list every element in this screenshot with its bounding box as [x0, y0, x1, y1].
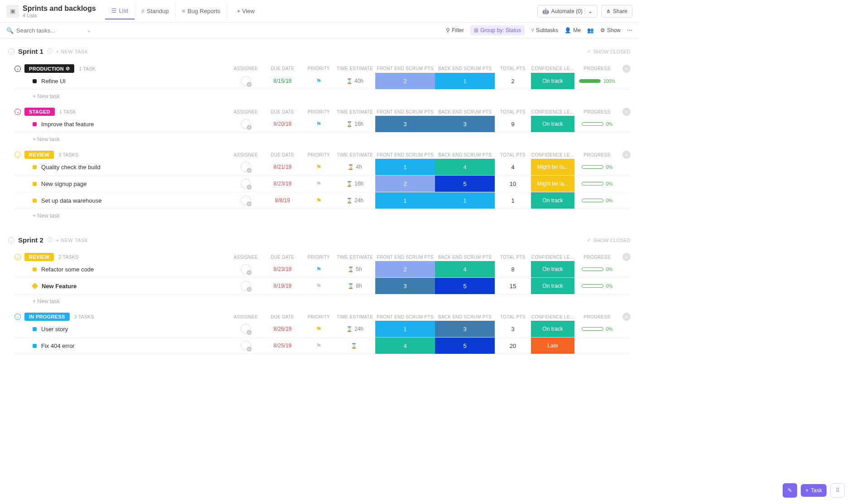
- progress-cell[interactable]: 0%: [574, 284, 620, 289]
- front-end-pts[interactable]: 1: [375, 159, 435, 175]
- me-button[interactable]: 👤Me: [564, 27, 581, 33]
- time-estimate[interactable]: 16h: [354, 121, 363, 127]
- priority-flag-icon[interactable]: ⚑: [316, 266, 322, 273]
- priority-flag-icon[interactable]: ⚑: [316, 342, 322, 349]
- add-column-button[interactable]: +: [622, 313, 631, 321]
- add-column-button[interactable]: +: [622, 151, 631, 159]
- share-button[interactable]: ⋔ Share: [601, 5, 632, 18]
- back-end-pts[interactable]: 5: [435, 176, 495, 192]
- due-date[interactable]: 8/19/19: [273, 283, 292, 289]
- time-estimate[interactable]: 4h: [356, 164, 362, 170]
- task-row[interactable]: Improve that feature 8/20/19 ⚑ ⌛16h 3 3 …: [14, 116, 631, 133]
- new-task-row[interactable]: + New task: [14, 209, 631, 223]
- add-column-button[interactable]: +: [622, 108, 631, 116]
- confidence-level[interactable]: Might be la...: [531, 176, 574, 192]
- due-date[interactable]: 8/21/19: [273, 164, 292, 170]
- task-row[interactable]: New signup page 8/23/19 ⚑ ⌛16h 2 5 10 Mi…: [14, 176, 631, 192]
- progress-cell[interactable]: 0%: [574, 198, 620, 203]
- progress-cell[interactable]: 0%: [574, 181, 620, 186]
- confidence-level[interactable]: On track: [531, 73, 574, 89]
- task-row[interactable]: Set up data warehouse 8/8/19 ⚑ ⌛24h 1 1 …: [14, 192, 631, 209]
- time-estimate[interactable]: 8h: [356, 283, 362, 289]
- task-row[interactable]: Refine UI 8/15/19 ⚑ ⌛40h 2 1 2 On track …: [14, 73, 631, 90]
- tab-list[interactable]: ☰List: [105, 3, 135, 19]
- more-button[interactable]: ⋯: [627, 27, 632, 33]
- assignees-button[interactable]: 👥: [587, 27, 594, 33]
- new-task-row[interactable]: + New task: [14, 90, 631, 103]
- add-view-button[interactable]: + View: [231, 3, 261, 19]
- info-icon[interactable]: ⓘ: [47, 48, 53, 55]
- group-collapse-icon[interactable]: ⌄: [14, 254, 21, 260]
- front-end-pts[interactable]: 2: [375, 176, 435, 192]
- status-pill[interactable]: PRODUCTION ⊘: [24, 64, 74, 73]
- status-pill[interactable]: IN PROGRESS: [24, 313, 70, 321]
- progress-cell[interactable]: 0%: [574, 327, 620, 332]
- show-closed-button[interactable]: ✓SHOW CLOSED: [587, 48, 631, 54]
- front-end-pts[interactable]: 3: [375, 116, 435, 132]
- filter-button[interactable]: ⚲Filter: [446, 27, 464, 33]
- tab-bug-reports[interactable]: ≡Bug Reports: [176, 3, 227, 19]
- collapse-icon[interactable]: ⌄: [8, 237, 14, 243]
- show-button[interactable]: ⚙Show: [600, 27, 621, 33]
- search-input[interactable]: [16, 27, 80, 34]
- collapse-icon[interactable]: ⌄: [8, 48, 14, 55]
- assignee-add-button[interactable]: [241, 179, 251, 189]
- back-end-pts[interactable]: 3: [435, 116, 495, 132]
- back-end-pts[interactable]: 4: [435, 261, 495, 277]
- front-end-pts[interactable]: 1: [375, 321, 435, 337]
- new-task-row[interactable]: + New task: [14, 133, 631, 146]
- time-estimate[interactable]: 16h: [354, 181, 363, 187]
- show-closed-button[interactable]: ✓SHOW CLOSED: [587, 237, 631, 243]
- time-estimate[interactable]: 24h: [354, 197, 363, 204]
- due-date[interactable]: 8/23/19: [273, 266, 292, 272]
- progress-cell[interactable]: 100%: [574, 79, 620, 84]
- back-end-pts[interactable]: 4: [435, 159, 495, 175]
- due-date[interactable]: 8/23/19: [273, 181, 292, 187]
- info-icon[interactable]: ⓘ: [47, 236, 53, 244]
- progress-cell[interactable]: 0%: [574, 122, 620, 127]
- task-row[interactable]: Fix 404 error 8/25/19 ⚑ ⌛ 4 5 20 Late: [14, 338, 631, 354]
- priority-flag-icon[interactable]: ⚑: [316, 163, 322, 171]
- chevron-down-icon[interactable]: ⌄: [87, 28, 91, 33]
- status-pill[interactable]: STAGED: [24, 108, 55, 116]
- status-pill[interactable]: REVIEW: [24, 151, 54, 159]
- time-estimate[interactable]: 24h: [354, 326, 363, 332]
- assignee-add-button[interactable]: [241, 119, 251, 129]
- confidence-level[interactable]: On track: [531, 278, 574, 294]
- time-estimate[interactable]: 5h: [356, 266, 362, 272]
- group-collapse-icon[interactable]: ⌄: [14, 152, 21, 158]
- back-end-pts[interactable]: 5: [435, 338, 495, 354]
- front-end-pts[interactable]: 4: [375, 338, 435, 354]
- group-collapse-icon[interactable]: ⌄: [14, 109, 21, 115]
- due-date[interactable]: 8/26/19: [273, 326, 292, 332]
- confidence-level[interactable]: Might be la...: [531, 159, 574, 175]
- tab-standup[interactable]: #Standup: [135, 3, 176, 19]
- priority-flag-icon[interactable]: ⚑: [316, 325, 322, 333]
- priority-flag-icon[interactable]: ⚑: [316, 282, 322, 290]
- confidence-level[interactable]: On track: [531, 192, 574, 209]
- assignee-add-button[interactable]: [241, 324, 251, 334]
- group-collapse-icon[interactable]: ⌄: [14, 66, 21, 72]
- status-pill[interactable]: REVIEW: [24, 253, 54, 261]
- confidence-level[interactable]: On track: [531, 116, 574, 132]
- confidence-level[interactable]: On track: [531, 321, 574, 337]
- due-date[interactable]: 8/8/19: [275, 197, 290, 204]
- progress-cell[interactable]: 0%: [574, 165, 620, 170]
- assignee-add-button[interactable]: [241, 76, 251, 86]
- group-collapse-icon[interactable]: ⌄: [14, 314, 21, 320]
- back-end-pts[interactable]: 3: [435, 321, 495, 337]
- assignee-add-button[interactable]: [241, 281, 251, 291]
- back-end-pts[interactable]: 1: [435, 73, 495, 89]
- task-row[interactable]: Refactor some code 8/23/19 ⚑ ⌛5h 2 4 8 O…: [14, 261, 631, 278]
- front-end-pts[interactable]: 1: [375, 192, 435, 209]
- task-row[interactable]: Quality check the build 8/21/19 ⚑ ⌛4h 1 …: [14, 159, 631, 176]
- confidence-level[interactable]: On track: [531, 261, 574, 277]
- confidence-level[interactable]: Late: [531, 338, 574, 354]
- assignee-add-button[interactable]: [241, 162, 251, 172]
- due-date[interactable]: 8/25/19: [273, 342, 292, 349]
- subtasks-button[interactable]: ⑂Subtasks: [531, 27, 558, 33]
- add-column-button[interactable]: +: [622, 253, 631, 261]
- time-estimate[interactable]: 40h: [354, 78, 363, 84]
- due-date[interactable]: 8/15/19: [273, 78, 292, 84]
- add-column-button[interactable]: +: [622, 65, 631, 73]
